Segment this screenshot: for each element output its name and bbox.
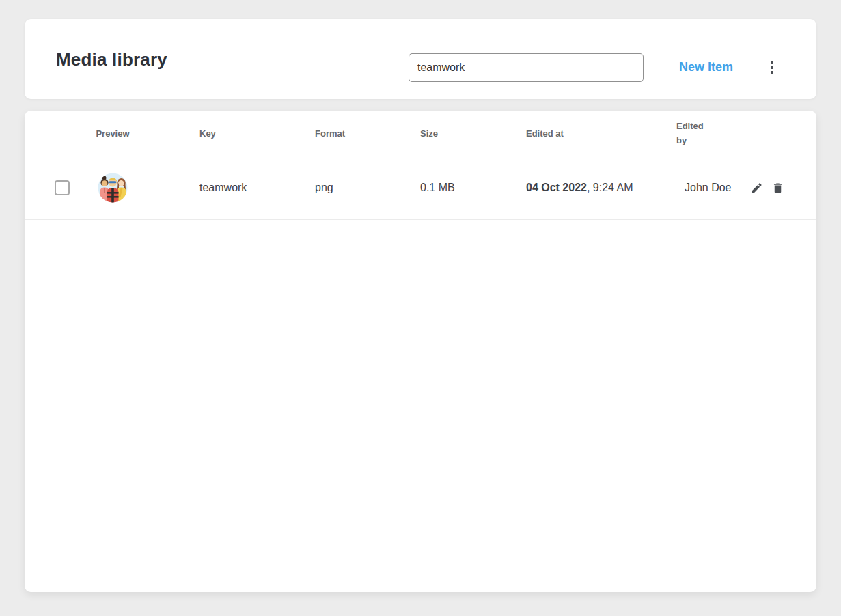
cell-format: png	[291, 182, 397, 194]
media-table-card: Preview Key Format Size Edited at Edited…	[25, 111, 816, 592]
column-header-edited-by: Edited by	[653, 119, 735, 148]
media-library-page: Media library New item Preview Key Forma…	[0, 0, 841, 616]
preview-cell	[86, 170, 161, 206]
cell-edited-at: 04 Oct 2022, 9:24 AM	[496, 182, 653, 194]
pencil-icon	[750, 182, 763, 195]
row-checkbox[interactable]	[55, 180, 70, 195]
column-header-size: Size	[397, 126, 496, 141]
cell-edited-by: John Doe	[653, 182, 735, 194]
table-header-row: Preview Key Format Size Edited at Edited…	[25, 111, 816, 156]
column-header-preview: Preview	[86, 126, 161, 141]
table-row: teamwork png 0.1 MB 04 Oct 2022, 9:24 AM…	[25, 156, 816, 220]
cell-key: teamwork	[161, 182, 291, 194]
column-header-key: Key	[161, 126, 291, 141]
search-input[interactable]	[409, 53, 644, 82]
column-header-edited-at: Edited at	[496, 126, 653, 141]
column-header-format: Format	[291, 126, 397, 141]
header-card: Media library New item	[25, 19, 816, 99]
page-title: Media library	[56, 49, 167, 70]
trash-icon	[771, 182, 784, 195]
edited-date: 04 Oct 2022	[526, 182, 587, 193]
kebab-menu-icon[interactable]	[763, 59, 781, 76]
edited-time: , 9:24 AM	[587, 182, 633, 193]
header-actions: New item	[409, 53, 781, 82]
teamwork-preview-image	[95, 170, 130, 206]
new-item-button[interactable]: New item	[679, 60, 733, 74]
row-actions	[735, 181, 816, 195]
edit-button[interactable]	[749, 181, 763, 195]
delete-button[interactable]	[771, 181, 784, 195]
cell-size: 0.1 MB	[397, 182, 496, 194]
